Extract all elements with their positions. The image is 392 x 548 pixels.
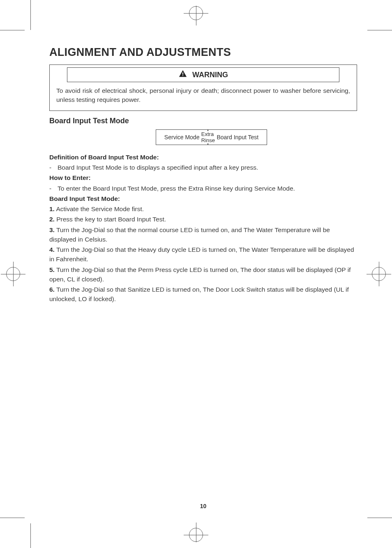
- crop-mark: [30, 0, 31, 30]
- step-number: 4.: [49, 246, 55, 253]
- definition-heading: Definition of Board Input Test Mode:: [49, 152, 357, 162]
- page-number: 10: [49, 503, 357, 509]
- step-text: Turn the Jog-Dial so that Sanitize LED i…: [49, 286, 349, 302]
- step-number: 3.: [49, 226, 55, 233]
- svg-rect-0: [182, 72, 183, 75]
- step-item: 3. Turn the Jog-Dial so that the normal …: [49, 225, 357, 244]
- svg-rect-1: [182, 75, 183, 76]
- step-number: 6.: [49, 286, 55, 293]
- step-item: 6. Turn the Jog-Dial so that Sanitize LE…: [49, 285, 357, 304]
- crop-mark: [30, 523, 31, 548]
- warning-text: To avoid risk of electrical shock, perso…: [56, 86, 350, 105]
- how-to-enter-item: - To enter the Board Input Test Mode, pr…: [49, 184, 357, 193]
- step-item: 4. Turn the Jog-Dial so that the Heavy d…: [49, 245, 357, 264]
- diagram-arrow-label: Extra Rinse: [200, 131, 217, 143]
- step-item: 5. Turn the Jog-Dial so that the Perm Pr…: [49, 265, 357, 284]
- step-item: 1. Activate the Service Mode first.: [49, 204, 357, 214]
- step-text: Turn the Jog-Dial so that the normal cou…: [49, 226, 330, 243]
- page-title: ALIGNMENT AND ADJUSTMENTS: [49, 46, 357, 59]
- warning-label: WARNING: [192, 71, 228, 79]
- registration-mark-icon: [367, 262, 391, 286]
- warning-icon: [178, 69, 187, 80]
- definition-text: Board Input Test Mode is to displays a s…: [58, 163, 357, 172]
- registration-mark-icon: [184, 523, 208, 547]
- step-text: Press the key to start Board Input Test.: [56, 216, 166, 223]
- crop-mark: [367, 30, 392, 30]
- bullet-dash: -: [49, 163, 58, 172]
- mode-diagram: Service Mode Extra Rinse Board Input Tes…: [66, 129, 357, 145]
- diagram-box-board-input-test: Board Input Test: [208, 129, 267, 145]
- step-number: 1.: [49, 205, 55, 212]
- step-text: Turn the Jog-Dial so that the Heavy duty…: [49, 246, 354, 262]
- step-text: Turn the Jog-Dial so that the Perm Press…: [49, 266, 350, 283]
- step-text: Activate the Service Mode first.: [56, 205, 144, 212]
- section-heading: Board Input Test Mode: [49, 117, 357, 125]
- bullet-dash: -: [49, 184, 58, 193]
- crop-mark: [0, 30, 25, 30]
- warning-box: WARNING To avoid risk of electrical shoc…: [49, 64, 357, 111]
- steps-heading: Board Input Test Mode:: [49, 194, 357, 203]
- warning-header: WARNING: [67, 67, 339, 82]
- crop-mark: [0, 518, 25, 518]
- registration-mark-icon: [184, 1, 208, 25]
- step-number: 2.: [49, 216, 55, 223]
- step-number: 5.: [49, 266, 55, 273]
- definition-item: - Board Input Test Mode is to displays a…: [49, 163, 357, 172]
- crop-mark: [367, 518, 392, 518]
- how-to-enter-text: To enter the Board Input Test Mode, pres…: [58, 184, 357, 193]
- registration-mark-icon: [1, 262, 25, 286]
- step-item: 2. Press the key to start Board Input Te…: [49, 214, 357, 224]
- how-to-enter-heading: How to Enter:: [49, 173, 357, 182]
